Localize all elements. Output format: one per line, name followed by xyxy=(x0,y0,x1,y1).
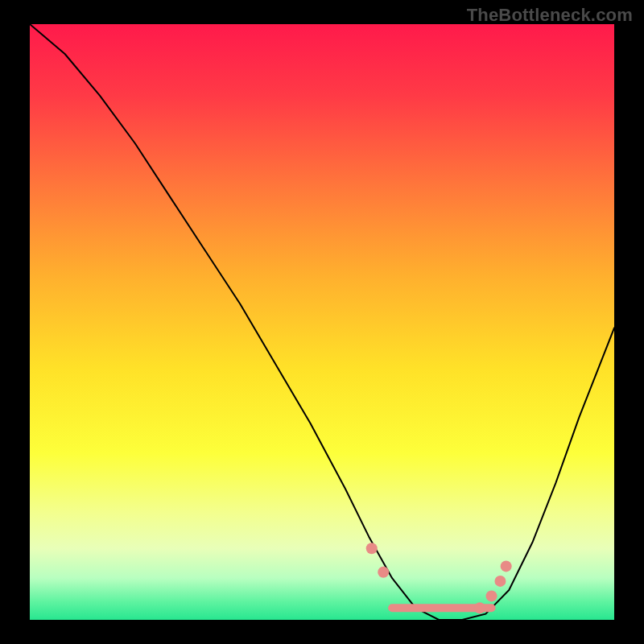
chart-svg xyxy=(30,24,614,620)
optimal-range-dot xyxy=(494,576,506,587)
optimal-range-dot xyxy=(378,567,389,578)
optimal-range-dot xyxy=(474,602,485,613)
optimal-range-dot xyxy=(366,543,378,554)
svg-rect-0 xyxy=(30,24,614,620)
watermark-text: TheBottleneck.com xyxy=(467,5,633,26)
optimal-range-dot xyxy=(501,560,512,572)
optimal-range-dot xyxy=(486,590,497,601)
chart-container: TheBottleneck.com xyxy=(0,0,644,644)
plot-area xyxy=(30,24,614,620)
